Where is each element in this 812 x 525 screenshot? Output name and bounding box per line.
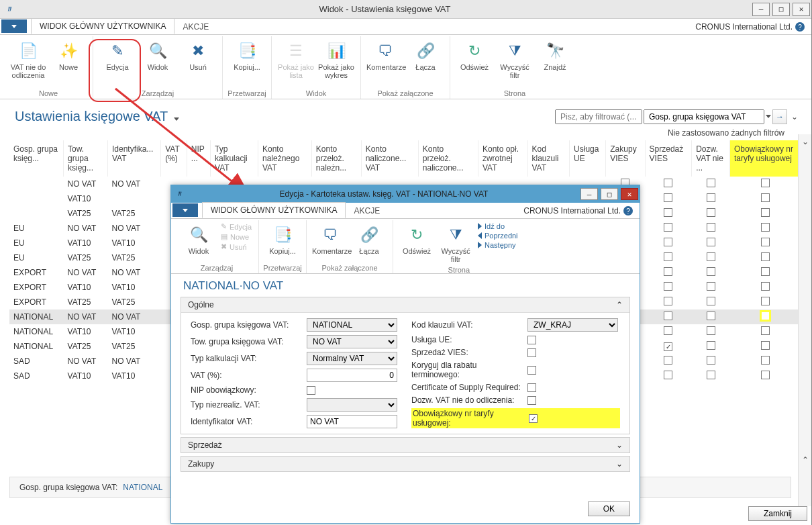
file-menu[interactable]: [1, 19, 27, 33]
typ-select[interactable]: Normalny VAT: [307, 352, 397, 365]
expand-chevron-icon[interactable]: ⌄: [789, 112, 801, 122]
tab-home[interactable]: WIDOK GŁÓWNY UŻYTKOWNIKA: [31, 18, 174, 34]
grid-checkbox[interactable]: [761, 282, 770, 291]
modal-btn-comments[interactable]: 🗨Komentarze: [311, 220, 350, 258]
grid-checkbox[interactable]: [664, 312, 672, 320]
grid-checkbox[interactable]: [707, 326, 715, 335]
col-kkl[interactable]: Kod klauzuli VAT: [527, 140, 570, 177]
modal-tab-actions[interactable]: AKCJE: [346, 203, 388, 218]
uue-checkbox[interactable]: [527, 336, 536, 344]
grid-checkbox[interactable]: [664, 371, 672, 379]
chevron-down-icon[interactable]: [766, 115, 771, 118]
col-nip[interactable]: NIP ...: [187, 140, 210, 177]
tow-select[interactable]: NO VAT: [307, 335, 397, 348]
modal-tab-home[interactable]: WIDOK GŁÓWNY UŻYTKOWNIKA: [202, 202, 346, 218]
modal-nav-next[interactable]: Następny: [478, 240, 518, 250]
grid-checkbox[interactable]: [707, 356, 715, 365]
btn-show-chart[interactable]: 📊Pokaż jako wykres: [316, 36, 356, 82]
grid-checkbox[interactable]: [664, 252, 672, 261]
modal-file-menu[interactable]: [172, 203, 198, 217]
modal-btn-links[interactable]: 🔗Łącza: [350, 220, 389, 258]
col-kopl[interactable]: Konto opł. zwrotnej VAT: [478, 140, 527, 177]
help-icon[interactable]: ?: [795, 22, 805, 32]
col-ident[interactable]: Identyfika... VAT: [107, 140, 160, 177]
ok-button[interactable]: OK: [588, 502, 630, 516]
grid-checkbox[interactable]: [761, 179, 770, 187]
grid-checkbox[interactable]: [664, 208, 672, 217]
col-gosp[interactable]: Gosp. grupa księg...: [9, 140, 64, 177]
modal-btn-refresh[interactable]: ↻Odśwież: [397, 220, 436, 258]
col-obow[interactable]: Obowiązkowy nr taryfy usługowej: [729, 140, 801, 177]
grid-checkbox[interactable]: [761, 238, 770, 246]
grid-checkbox[interactable]: [707, 341, 715, 350]
grid-checkbox[interactable]: [707, 312, 715, 320]
col-typ[interactable]: Typ kalkulacji VAT: [211, 140, 258, 177]
grid-checkbox[interactable]: [707, 282, 715, 291]
modal-btn-copy[interactable]: 📑Kopiuj...: [263, 220, 302, 258]
grid-checkbox[interactable]: [761, 371, 770, 379]
grid-checkbox[interactable]: [664, 179, 672, 187]
grid-checkbox[interactable]: [707, 223, 715, 232]
grid-checkbox[interactable]: [664, 193, 672, 202]
apply-filter-button[interactable]: →: [772, 109, 787, 124]
grid-checkbox[interactable]: [761, 341, 770, 350]
close-button[interactable]: Zamknij: [748, 506, 807, 521]
grid-checkbox[interactable]: [707, 252, 715, 261]
nip-checkbox[interactable]: [307, 386, 315, 395]
grid-checkbox[interactable]: [707, 267, 715, 276]
grid-checkbox[interactable]: [707, 238, 715, 246]
general-header[interactable]: Ogólne⌃: [181, 297, 629, 313]
modal-nav-goto[interactable]: Idź do: [478, 222, 518, 231]
grid-checkbox[interactable]: [664, 282, 672, 291]
modal-minimize-button[interactable]: —: [580, 188, 598, 200]
krt-checkbox[interactable]: [527, 366, 536, 375]
modal-close-button[interactable]: ✕: [621, 188, 638, 200]
grid-checkbox[interactable]: [707, 179, 715, 187]
grid-checkbox[interactable]: [707, 371, 715, 379]
grid-checkbox[interactable]: [761, 356, 770, 365]
grid-checkbox[interactable]: [707, 208, 715, 217]
proc-input[interactable]: [307, 369, 397, 382]
col-dvn[interactable]: Dozw. VAT nie ...: [692, 140, 730, 177]
modal-nav-prev[interactable]: Poprzedni: [478, 231, 518, 240]
grid-checkbox[interactable]: [664, 297, 672, 305]
grid-checkbox[interactable]: [664, 238, 672, 246]
purchase-section[interactable]: Zakupy⌄: [181, 456, 630, 472]
col-kpnal[interactable]: Konto przełoż. naliczone...: [418, 140, 478, 177]
grid-checkbox[interactable]: [664, 356, 672, 365]
col-tow[interactable]: Tow. grupa księg...: [64, 140, 108, 177]
btn-delete[interactable]: ✖Usuń: [178, 36, 218, 74]
btn-clear-filter[interactable]: ⧩Wyczyść filtr: [495, 36, 535, 82]
cos-checkbox[interactable]: [527, 383, 536, 392]
tnr-select[interactable]: [307, 398, 397, 412]
col-knal[interactable]: Konto naliczone... VAT: [361, 140, 418, 177]
btn-refresh[interactable]: ↻Odśwież: [454, 36, 495, 74]
grid-checkbox[interactable]: [761, 223, 770, 232]
obow-checkbox[interactable]: ✓: [529, 414, 538, 423]
grid-checkbox[interactable]: [707, 297, 715, 305]
col-zv[interactable]: Zakupy VIES: [606, 140, 645, 177]
ident-input[interactable]: [307, 415, 397, 428]
grid-checkbox[interactable]: [761, 252, 770, 261]
grid-checkbox[interactable]: [761, 326, 770, 335]
col-kpn[interactable]: Konto przełoż. należn...: [311, 140, 361, 177]
grid-checkbox[interactable]: [761, 193, 770, 202]
btn-view[interactable]: 🔍Widok: [138, 36, 178, 74]
grid-checkbox[interactable]: [761, 267, 770, 276]
grid-checkbox[interactable]: [761, 312, 770, 320]
filter-input[interactable]: [555, 109, 642, 124]
modal-maximize-button[interactable]: □: [601, 188, 618, 200]
modal-btn-clear-filter[interactable]: ⧩Wyczyść filtr: [436, 220, 475, 266]
minimize-button[interactable]: —: [752, 3, 770, 16]
col-knv[interactable]: Konto należnego VAT: [258, 140, 311, 177]
tab-actions[interactable]: AKCJE: [174, 19, 217, 34]
btn-copy[interactable]: 📑Kopiuj...: [227, 36, 267, 74]
grid-checkbox[interactable]: [761, 208, 770, 217]
btn-comments[interactable]: 🗨Komentarze: [365, 36, 405, 74]
btn-find[interactable]: 🔭Znajdź: [535, 36, 575, 74]
grid-checkbox[interactable]: [664, 326, 672, 335]
btn-new[interactable]: ✨Nowe: [48, 36, 89, 74]
sales-section[interactable]: Sprzedaż⌄: [181, 437, 630, 453]
grid-checkbox[interactable]: ✓: [664, 342, 672, 351]
filter-field-select[interactable]: [644, 109, 764, 124]
